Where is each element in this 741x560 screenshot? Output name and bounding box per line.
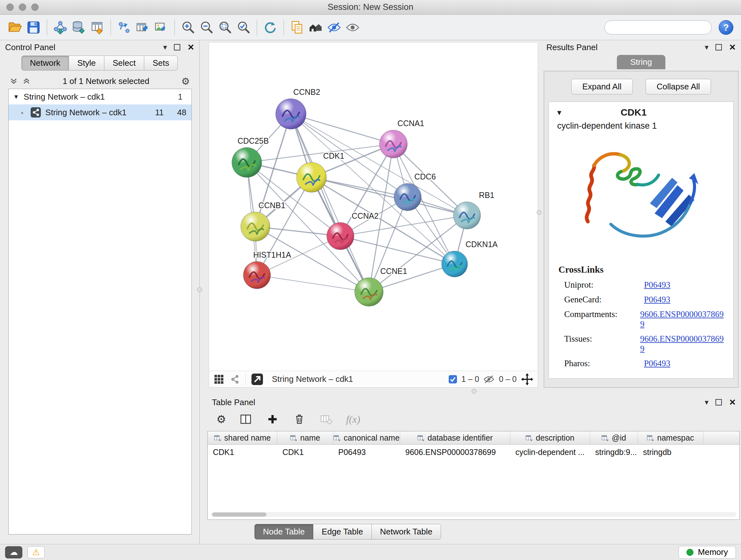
network-node-rb1[interactable]: RB1 xyxy=(454,191,495,229)
network-node-ccna1[interactable]: CCNA1 xyxy=(380,119,424,158)
clone-network-button[interactable] xyxy=(115,18,133,37)
panel-close-button[interactable]: ✕ xyxy=(729,43,736,52)
network-node-ccnb2[interactable]: CCNB2 xyxy=(276,88,320,129)
zoom-selected-button[interactable] xyxy=(234,18,253,37)
copy-button[interactable] xyxy=(288,18,307,37)
splitter-handle-left[interactable] xyxy=(197,287,202,292)
panel-float-button[interactable] xyxy=(716,399,722,406)
collapse-all-button[interactable]: Collapse All xyxy=(646,79,711,95)
column-header[interactable]: canonical name xyxy=(333,431,400,444)
panel-menu-button[interactable]: ▾ xyxy=(704,43,709,52)
column-header[interactable]: namespac xyxy=(638,431,703,444)
network-collection-row[interactable]: ▾ String Network – cdk1 1 xyxy=(9,89,192,105)
network-edge[interactable] xyxy=(257,275,369,292)
panel-float-button[interactable] xyxy=(174,44,180,51)
collapse-all-icon[interactable] xyxy=(10,77,18,85)
tab-style[interactable]: Style xyxy=(69,56,105,71)
network-node-cdkn1a[interactable]: CDKN1A xyxy=(442,240,498,277)
splitter-handle-results[interactable] xyxy=(537,210,542,215)
warnings-button[interactable]: ⚠ xyxy=(27,546,45,558)
search-input[interactable] xyxy=(612,23,711,32)
network-share-icon[interactable] xyxy=(229,374,240,385)
column-header[interactable]: @id xyxy=(590,431,638,444)
tab-string[interactable]: String xyxy=(617,55,665,69)
memory-button[interactable]: Memory xyxy=(678,546,736,559)
tab-node-table[interactable]: Node Table xyxy=(254,524,313,540)
expand-all-icon[interactable] xyxy=(22,77,30,85)
network-tree: ▾ String Network – cdk1 1 ● String Netwo… xyxy=(8,89,192,535)
open-in-window-icon[interactable] xyxy=(251,373,264,386)
selected-checkbox-icon[interactable] xyxy=(449,375,457,383)
network-node-ccna2[interactable]: CCNA2 xyxy=(327,212,379,250)
network-row-selected[interactable]: ● String Network – cdk1 11 48 xyxy=(9,105,192,120)
panel-menu-button[interactable]: ▾ xyxy=(704,398,709,407)
column-header[interactable]: shared name xyxy=(208,431,277,444)
table-row[interactable]: CDK1 CDK1 P06493 9606.ENSP00000378699 cy… xyxy=(208,445,739,459)
show-columns-icon[interactable] xyxy=(239,412,253,426)
network-node-hist1h1a[interactable]: HIST1H1A xyxy=(243,251,291,289)
tab-network[interactable]: Network xyxy=(21,56,69,71)
hide-selected-button[interactable] xyxy=(325,18,343,37)
panel-close-button[interactable]: ✕ xyxy=(187,43,194,52)
import-table-button[interactable] xyxy=(88,18,107,37)
network-edge[interactable] xyxy=(312,178,467,215)
network-node-cdk1[interactable]: CDK1 xyxy=(296,152,344,192)
show-all-button[interactable] xyxy=(343,18,362,37)
tree-expand-icon[interactable]: ▾ xyxy=(14,92,18,101)
splitter-handle-table[interactable] xyxy=(472,389,476,394)
network-canvas[interactable]: CCNB2CCNA1CDC25BCDK1CDC6RB1CCNB1CCNA2CDK… xyxy=(209,43,538,371)
network-edge[interactable] xyxy=(291,114,369,292)
column-header[interactable]: description xyxy=(510,431,590,444)
zoom-out-button[interactable] xyxy=(197,18,216,37)
crosslink-link-genecard[interactable]: P06493 xyxy=(644,295,670,304)
delete-column-icon[interactable] xyxy=(292,412,307,426)
window-close-button[interactable] xyxy=(6,3,14,11)
panel-menu-button[interactable]: ▾ xyxy=(163,43,167,52)
hidden-eye-slash-icon[interactable] xyxy=(483,375,494,383)
crosslink-link-compartments[interactable]: 9606.ENSP00000378699 xyxy=(640,309,724,329)
crosslink-link-uniprot[interactable]: P06493 xyxy=(644,280,670,290)
save-session-button[interactable] xyxy=(24,18,43,37)
column-header[interactable]: database identifier xyxy=(400,431,510,444)
horizontal-scrollbar[interactable] xyxy=(211,512,736,517)
export-table-button[interactable] xyxy=(133,18,152,37)
open-session-button[interactable] xyxy=(6,18,24,37)
expand-all-button[interactable]: Expand All xyxy=(571,79,633,95)
network-node-cdc6[interactable]: CDC6 xyxy=(394,172,436,210)
network-node-ccne1[interactable]: CCNE1 xyxy=(354,267,407,306)
tab-select[interactable]: Select xyxy=(104,56,144,71)
column-type-icon xyxy=(214,435,221,441)
import-network-file-button[interactable] xyxy=(51,18,70,37)
panel-close-button[interactable]: ✕ xyxy=(729,397,736,408)
network-edge[interactable] xyxy=(340,236,455,264)
gene-collapse-icon[interactable]: ▾ xyxy=(557,108,561,118)
scrollbar-thumb[interactable] xyxy=(212,512,266,516)
fit-content-crosshair-icon[interactable] xyxy=(521,373,533,385)
crosslink-link-pharos[interactable]: P06493 xyxy=(644,359,670,368)
tab-sets[interactable]: Sets xyxy=(144,56,178,71)
table-settings-gear-icon[interactable]: ⚙ xyxy=(216,413,226,426)
zoom-in-button[interactable] xyxy=(179,18,197,37)
crosslink-link-tissues[interactable]: 9606.ENSP00000378699 xyxy=(640,334,724,354)
network-node-ccnb1[interactable]: CCNB1 xyxy=(241,201,285,241)
network-node-cdc25b[interactable]: CDC25B xyxy=(232,137,269,177)
cloud-button[interactable]: ☁ xyxy=(5,546,22,558)
add-column-icon[interactable] xyxy=(266,412,280,426)
birdseye-button[interactable] xyxy=(307,18,325,37)
refresh-button[interactable] xyxy=(261,18,280,37)
panel-float-button[interactable] xyxy=(716,44,722,51)
tab-edge-table[interactable]: Edge Table xyxy=(313,524,372,540)
network-edge[interactable] xyxy=(291,114,394,144)
column-header[interactable]: name xyxy=(277,431,333,444)
tab-network-table[interactable]: Network Table xyxy=(372,524,441,540)
help-button[interactable]: ? xyxy=(719,20,733,35)
window-minimize-button[interactable] xyxy=(19,3,26,11)
grid-view-icon[interactable] xyxy=(213,374,224,385)
network-options-gear-icon[interactable]: ⚙ xyxy=(181,76,190,87)
import-network-database-button[interactable] xyxy=(70,18,88,37)
zoom-fit-button[interactable] xyxy=(216,18,234,37)
window-zoom-button[interactable] xyxy=(31,3,39,11)
crosslink-row: Compartments: 9606.ENSP00000378699 xyxy=(558,309,724,329)
export-image-button[interactable] xyxy=(152,18,171,37)
eye-icon xyxy=(345,20,360,35)
